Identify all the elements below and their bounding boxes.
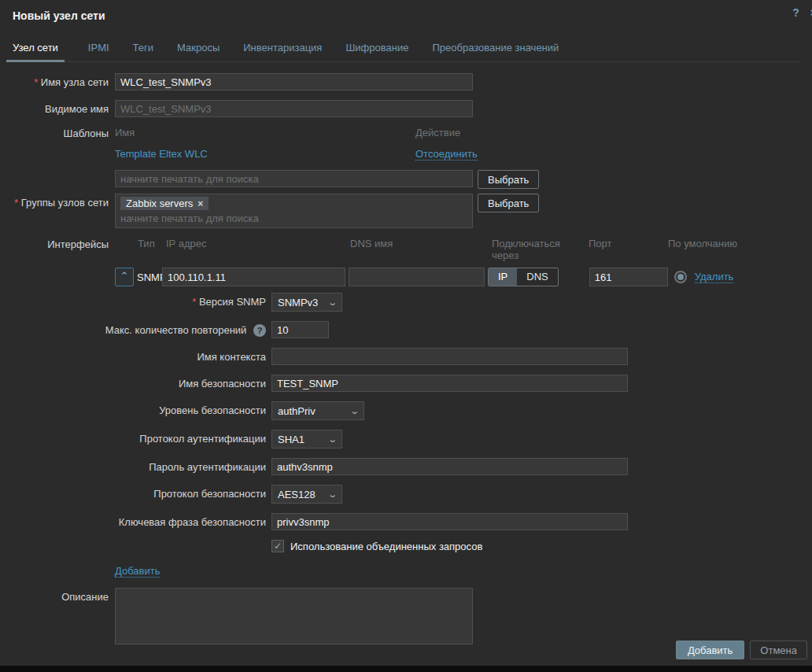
- security-name-label: Имя безопасности: [115, 375, 266, 392]
- host-groups-multiselect[interactable]: Zabbix servers × начните печатать для по…: [115, 194, 473, 228]
- chevron-down-icon: ⌄: [327, 297, 338, 308]
- help-icon[interactable]: ?: [792, 6, 799, 19]
- help-circle-icon[interactable]: ?: [253, 324, 266, 337]
- new-host-dialog: Новый узел сети ? × Узел сети IPMI Теги …: [0, 0, 812, 666]
- tab-value-mapping[interactable]: Преобразование значений: [432, 42, 559, 61]
- tab-host[interactable]: Узел сети: [6, 42, 65, 62]
- security-name-input[interactable]: [271, 375, 628, 392]
- context-name-label: Имя контекста: [115, 348, 266, 365]
- visible-name-label: Видимое имя: [13, 100, 109, 117]
- max-repetitions-label: Макс. количество повторений ?: [60, 321, 266, 338]
- col-dns: DNS имя: [350, 238, 492, 261]
- add-button[interactable]: Добавить: [676, 641, 744, 659]
- check-icon: ✓: [274, 541, 282, 552]
- tab-macros[interactable]: Макросы: [177, 42, 220, 61]
- tab-tags[interactable]: Теги: [133, 42, 153, 61]
- privacy-passphrase-input[interactable]: [271, 513, 628, 530]
- snmp-version-select[interactable]: SNMPv3 ⌄: [271, 293, 342, 312]
- description-textarea[interactable]: [115, 588, 473, 644]
- remove-chip-icon[interactable]: ×: [197, 198, 203, 209]
- chevron-down-icon: ⌄: [327, 489, 338, 500]
- remove-interface-link[interactable]: Удалить: [695, 271, 734, 283]
- interfaces-label: Интерфейсы: [13, 238, 109, 588]
- dialog-header: Новый узел сети ? ×: [0, 0, 812, 22]
- bulk-requests-label: Использование объединенных запросов: [290, 541, 482, 552]
- col-default: По умолчанию: [668, 238, 737, 261]
- max-repetitions-input[interactable]: [271, 321, 329, 338]
- template-unlink-link[interactable]: Отсоединить: [415, 148, 478, 161]
- security-level-label: Уровень безопасности: [115, 401, 266, 420]
- dialog-title: Новый узел сети: [13, 9, 799, 22]
- host-groups-label: Группы узлов сети: [13, 194, 109, 228]
- chevron-up-icon: ⌃: [120, 270, 129, 282]
- col-type: Тип: [138, 238, 166, 261]
- host-group-chip: Zabbix servers ×: [120, 197, 209, 210]
- port-input[interactable]: [589, 268, 668, 286]
- default-interface-radio[interactable]: [674, 271, 687, 283]
- auth-protocol-select[interactable]: SHA1 ⌄: [271, 430, 342, 449]
- connect-via-toggle: IP DNS: [488, 268, 559, 286]
- col-port: Порт: [589, 238, 668, 261]
- cancel-button[interactable]: Отмена: [750, 641, 807, 659]
- host-form: Имя узла сети Видимое имя Шаблоны Имя Де…: [0, 62, 812, 647]
- host-name-input[interactable]: [115, 73, 473, 90]
- dns-name-input[interactable]: [349, 268, 485, 286]
- context-name-input[interactable]: [271, 348, 628, 365]
- privacy-protocol-select[interactable]: AES128 ⌄: [271, 485, 342, 504]
- host-group-chip-label: Zabbix servers: [126, 198, 193, 209]
- template-search-input[interactable]: [115, 170, 473, 187]
- chevron-down-icon: ⌄: [349, 406, 360, 416]
- connect-via-dns-option[interactable]: DNS: [517, 268, 557, 286]
- auth-passphrase-label: Пароль аутентификации: [115, 458, 266, 475]
- chevron-down-icon: ⌄: [327, 434, 338, 445]
- host-groups-search-placeholder: начните печатать для поиска: [120, 210, 467, 224]
- add-interface-link[interactable]: Добавить: [115, 565, 160, 578]
- template-link[interactable]: Template Eltex WLC: [115, 148, 208, 160]
- security-level-select[interactable]: authPriv ⌄: [271, 401, 364, 420]
- templates-col-action: Действие: [415, 127, 460, 138]
- host-name-label: Имя узла сети: [13, 73, 109, 90]
- tab-encryption[interactable]: Шифрование: [345, 42, 408, 61]
- collapse-interface-button[interactable]: ⌃: [115, 268, 134, 286]
- privacy-protocol-label: Протокол безопасности: [115, 485, 266, 504]
- template-select-button[interactable]: Выбрать: [478, 170, 539, 189]
- col-connect-via: Подключаться через: [492, 238, 589, 261]
- tab-bar: Узел сети IPMI Теги Макросы Инвентаризац…: [13, 42, 799, 62]
- description-label: Описание: [13, 591, 109, 647]
- auth-protocol-label: Протокол аутентификации: [115, 430, 266, 449]
- visible-name-input[interactable]: [115, 100, 473, 117]
- interfaces-header: Тип IP адрес DNS имя Подключаться через …: [115, 238, 799, 261]
- ip-address-input[interactable]: [162, 268, 345, 286]
- host-groups-select-button[interactable]: Выбрать: [478, 194, 539, 212]
- tab-inventory[interactable]: Инвентаризация: [243, 42, 322, 61]
- connect-via-ip-option[interactable]: IP: [489, 268, 517, 286]
- privacy-passphrase-label: Ключевая фраза безопасности: [115, 513, 266, 530]
- interface-type: SNMP: [137, 271, 162, 283]
- bulk-requests-checkbox[interactable]: ✓: [271, 540, 284, 552]
- templates-label: Шаблоны: [13, 127, 109, 189]
- snmp-version-label: Версия SNMP: [115, 293, 266, 312]
- templates-col-name: Имя: [115, 127, 415, 138]
- dialog-footer: Добавить Отмена: [676, 641, 807, 659]
- col-ip: IP адрес: [166, 238, 350, 261]
- auth-passphrase-input[interactable]: [271, 458, 628, 475]
- snmp-interface-row: ⌃ SNMP IP DNS Удалить: [115, 268, 799, 286]
- tab-ipmi[interactable]: IPMI: [88, 42, 109, 61]
